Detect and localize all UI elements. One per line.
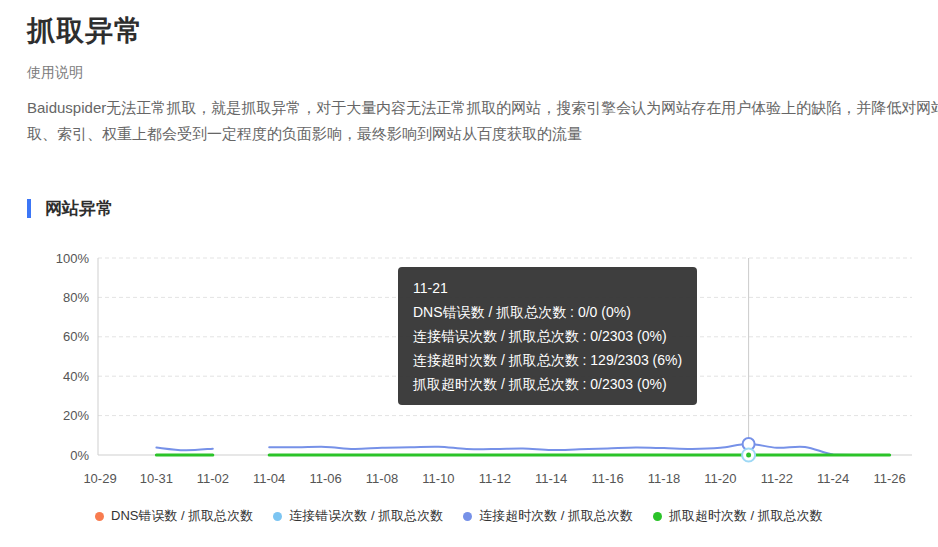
legend-label: 抓取超时次数 / 抓取总次数: [669, 507, 823, 525]
y-axis-label: 0%: [70, 448, 89, 463]
y-axis-label: 100%: [56, 251, 90, 266]
usage-label: 使用说明: [27, 64, 83, 82]
series-line[interactable]: [156, 448, 212, 451]
chart-canvas[interactable]: 0%20%40%60%80%100%10-2910-3111-0211-0411…: [0, 245, 938, 493]
legend-dot-icon: [95, 512, 104, 521]
description-text: Baiduspider无法正常抓取，就是抓取异常，对于大量内容无法正常抓取的网站…: [27, 95, 938, 147]
section-title: 网站异常: [45, 197, 113, 220]
y-axis-label: 60%: [63, 329, 89, 344]
legend-dot-icon: [273, 512, 282, 521]
series-line[interactable]: [269, 444, 889, 455]
x-axis-label: 11-06: [309, 471, 341, 486]
legend-item[interactable]: 连接错误次数 / 抓取总次数: [273, 507, 443, 525]
legend-item[interactable]: 连接超时次数 / 抓取总次数: [463, 507, 633, 525]
x-axis-label: 11-24: [817, 471, 849, 486]
x-axis-label: 11-04: [253, 471, 285, 486]
x-axis-label: 11-20: [704, 471, 736, 486]
x-axis-label: 11-08: [366, 471, 398, 486]
y-axis-label: 40%: [63, 369, 89, 384]
site-exception-header: 网站异常: [27, 197, 113, 220]
x-axis-label: 10-29: [83, 471, 116, 486]
crawl-exception-page: { "page": { "title": "抓取异常", "usage_labe…: [0, 0, 938, 547]
legend-label: 连接错误次数 / 抓取总次数: [289, 507, 443, 525]
x-axis-label: 11-26: [873, 471, 905, 486]
section-accent-bar: [27, 199, 31, 218]
legend-dot-icon: [653, 512, 662, 521]
legend-dot-icon: [463, 512, 472, 521]
highlight-marker-green-dot: [746, 453, 751, 458]
chart-legend: DNS错误数 / 抓取总次数连接错误次数 / 抓取总次数连接超时次数 / 抓取总…: [95, 507, 823, 525]
description-line-2: 取、索引、权重上都会受到一定程度的负面影响，最终影响到网站从百度获取的流量: [27, 121, 938, 147]
page-title: 抓取异常: [27, 12, 143, 50]
x-axis-label: 11-18: [648, 471, 680, 486]
legend-label: 连接超时次数 / 抓取总次数: [479, 507, 633, 525]
x-axis-label: 11-14: [535, 471, 567, 486]
x-axis-label: 10-31: [140, 471, 173, 486]
y-axis-label: 20%: [63, 408, 89, 423]
legend-label: DNS错误数 / 抓取总次数: [111, 507, 253, 525]
description-line-1: Baiduspider无法正常抓取，就是抓取异常，对于大量内容无法正常抓取的网站…: [27, 95, 938, 121]
x-axis-label: 11-12: [479, 471, 511, 486]
legend-item[interactable]: DNS错误数 / 抓取总次数: [95, 507, 253, 525]
legend-item[interactable]: 抓取超时次数 / 抓取总次数: [653, 507, 823, 525]
x-axis-label: 11-02: [197, 471, 229, 486]
x-axis-label: 11-10: [422, 471, 454, 486]
x-axis-label: 11-22: [761, 471, 793, 486]
y-axis-label: 80%: [63, 290, 89, 305]
x-axis-label: 11-16: [591, 471, 623, 486]
exception-chart: 0%20%40%60%80%100%10-2910-3111-0211-0411…: [0, 245, 938, 547]
